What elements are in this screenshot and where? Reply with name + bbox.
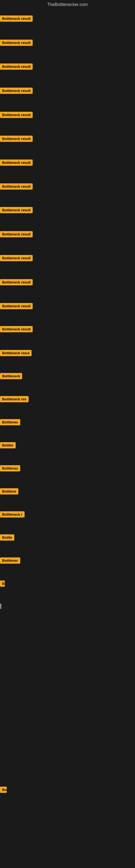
badge-label: Bottle xyxy=(0,534,14,540)
badge-label: Bottleneck result xyxy=(0,303,33,309)
badge-label: Bottleneck result xyxy=(0,207,33,213)
badge-label: Bottleneck result xyxy=(0,88,33,94)
bottleneck-badge[interactable]: Bottleneck result xyxy=(0,326,33,333)
bottleneck-badge[interactable]: Bottleneck result xyxy=(0,159,33,167)
bottleneck-badge[interactable]: Bottleneck r xyxy=(0,511,25,519)
bottleneck-badge[interactable]: Bottlenec xyxy=(0,419,20,426)
badge-label: Bottleneck resul xyxy=(0,350,32,356)
bottleneck-badge[interactable]: Bottleneck result xyxy=(0,135,33,143)
badge-label: Bottlenec xyxy=(0,465,20,471)
bottleneck-badge[interactable]: Bottleneck resul xyxy=(0,350,32,357)
bottleneck-badge[interactable]: Bottleneck result xyxy=(0,16,33,23)
badge-label: Bottleneck r xyxy=(0,511,25,518)
site-title: TheBottlenecker.com xyxy=(0,0,135,9)
bottleneck-badge[interactable]: Bottleneck result xyxy=(0,255,33,262)
badge-label: Bo xyxy=(0,786,7,793)
bottleneck-badge[interactable]: Bo xyxy=(0,786,7,794)
badge-label: Bottleneck result xyxy=(0,63,33,70)
badge-label: Bottlenec xyxy=(0,557,20,564)
badge-label: Bottler xyxy=(0,442,16,448)
cursor-indicator xyxy=(0,603,1,609)
bottleneck-badge[interactable]: Bottleneck result xyxy=(0,183,33,191)
badge-label: Bottlene xyxy=(0,488,18,495)
badge-label: Bottleneck result xyxy=(0,326,33,332)
badge-label: Bottleneck result xyxy=(0,159,33,166)
bottleneck-badge[interactable]: Bottlenec xyxy=(0,465,20,472)
badge-label: Bottleneck xyxy=(0,373,22,379)
badge-label: Bottleneck result xyxy=(0,16,33,22)
bottleneck-badge[interactable]: Bottleneck result xyxy=(0,279,33,286)
badge-label: Bottleneck result xyxy=(0,279,33,285)
bottleneck-badge[interactable]: Bottlene xyxy=(0,488,18,496)
badge-label: Bottleneck result xyxy=(0,112,33,118)
badge-label: Bottleneck res xyxy=(0,396,29,402)
bottleneck-badge[interactable]: Bottleneck result xyxy=(0,88,33,95)
badge-label: Bottlenec xyxy=(0,419,20,425)
bottleneck-badge[interactable]: Bottlenec xyxy=(0,557,20,565)
badge-label: Bottleneck result xyxy=(0,135,33,142)
bottleneck-badge[interactable]: Bottleneck result xyxy=(0,207,33,214)
badge-label: Bottleneck result xyxy=(0,231,33,237)
bottleneck-badge[interactable]: Bottler xyxy=(0,442,16,450)
bottleneck-badge[interactable]: Bottleneck result xyxy=(0,231,33,239)
badge-label: Bottleneck result xyxy=(0,40,33,46)
bottleneck-badge[interactable]: Bottleneck xyxy=(0,373,22,380)
badge-label: Bottleneck result xyxy=(0,255,33,261)
badge-label: Bottleneck result xyxy=(0,183,33,190)
bottleneck-badge[interactable]: Bottleneck res xyxy=(0,396,29,403)
bottleneck-badge[interactable]: Bottleneck result xyxy=(0,112,33,119)
bottleneck-badge[interactable]: Bottle xyxy=(0,534,14,542)
bottleneck-badge[interactable]: Bottleneck result xyxy=(0,303,33,310)
bottleneck-badge[interactable]: Bottleneck result xyxy=(0,63,33,71)
bottleneck-badge[interactable]: Bottleneck result xyxy=(0,40,33,47)
bottleneck-badge[interactable]: B xyxy=(0,581,5,588)
badge-label: B xyxy=(0,581,5,587)
